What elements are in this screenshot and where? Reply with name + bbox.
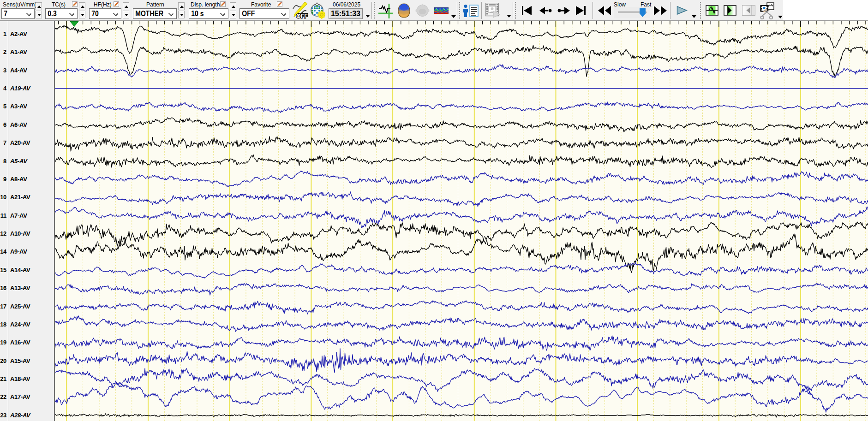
svg-text:OFF: OFF: [296, 13, 308, 19]
